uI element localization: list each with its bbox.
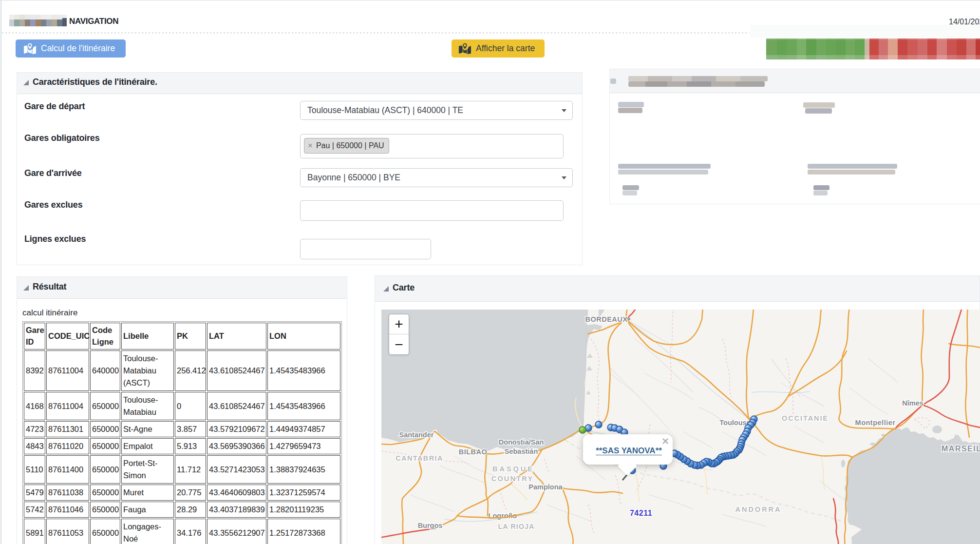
svg-text:BASQUE: BASQUE	[492, 465, 534, 473]
svg-text:OCCITANIE: OCCITANIE	[782, 414, 829, 422]
svg-text:Donostia/San: Donostia/San	[499, 438, 544, 446]
svg-text:BILBAO: BILBAO	[459, 448, 488, 456]
svg-text:74211: 74211	[630, 509, 652, 517]
svg-text:LA RIOJA: LA RIOJA	[498, 523, 534, 530]
svg-text:Montpellier: Montpellier	[855, 419, 896, 427]
svg-text:Santander: Santander	[399, 431, 434, 439]
svg-text:CANTABRIA: CANTABRIA	[396, 454, 443, 462]
svg-text:COUNTRY: COUNTRY	[491, 475, 534, 483]
svg-text:Burgos: Burgos	[418, 522, 443, 529]
svg-text:MARSEILLE: MARSEILLE	[942, 445, 980, 453]
svg-text:Pamplona: Pamplona	[528, 483, 563, 491]
svg-text:Nîmes: Nîmes	[902, 399, 923, 407]
svg-text:ANDORRA: ANDORRA	[735, 505, 781, 513]
svg-text:Sebastián: Sebastián	[505, 447, 538, 455]
svg-text:BORDEAUX: BORDEAUX	[585, 315, 628, 323]
